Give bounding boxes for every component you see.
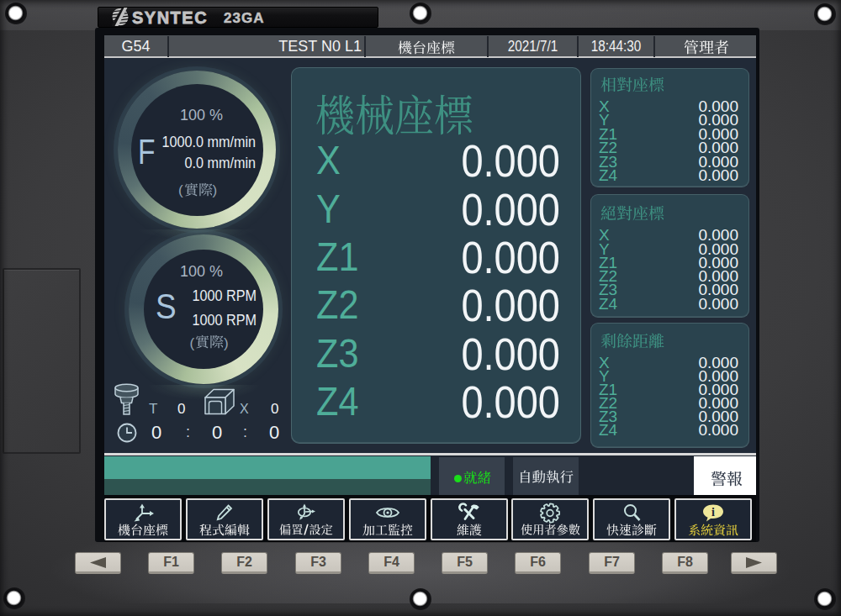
svg-text:i: i — [711, 506, 715, 519]
